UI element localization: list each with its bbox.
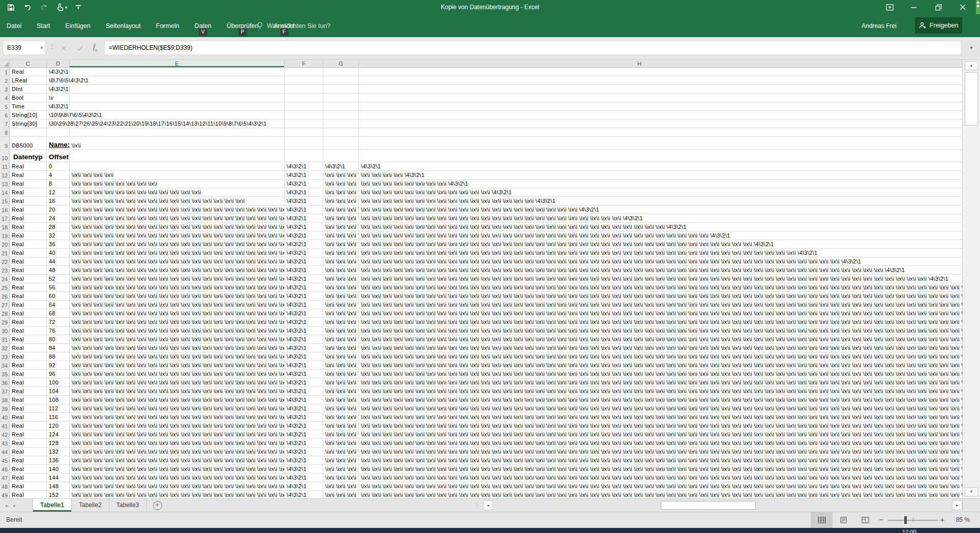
- close-icon[interactable]: [955, 0, 970, 14]
- cell-H31[interactable]: \ix\i \ix\i \ix\i \ix\i \ix\i \ix\i \ix\…: [359, 335, 962, 343]
- cell-H22[interactable]: \ix\i \ix\i \ix\i \ix\i \ix\i \ix\i \ix\…: [359, 257, 962, 265]
- cell-D14[interactable]: 12: [47, 188, 70, 196]
- cell-C30[interactable]: Real: [10, 327, 47, 335]
- cell-D46[interactable]: 140: [47, 465, 70, 473]
- page-layout-view-icon[interactable]: [833, 512, 854, 528]
- cell-G30[interactable]: \ix\i \ix\i \ix\i \ix\i \ix\i \ix\i \ix\…: [323, 327, 359, 335]
- cell-H8[interactable]: [359, 128, 962, 136]
- cell-F8[interactable]: [285, 128, 323, 136]
- cell-C22[interactable]: Real: [10, 257, 47, 265]
- cell-C25[interactable]: Real: [10, 283, 47, 291]
- cell-F10[interactable]: [285, 150, 323, 162]
- formula-bar-expand-icon[interactable]: ▾: [966, 41, 976, 55]
- cell-H10[interactable]: [359, 150, 962, 162]
- cell-C31[interactable]: Real: [10, 335, 47, 343]
- cell-G8[interactable]: [323, 128, 359, 136]
- cell-E43[interactable]: \ix\i \ix\i \ix\i \ix\i \ix\i \ix\i \ix\…: [70, 439, 285, 447]
- cell-C2[interactable]: LReal: [10, 76, 47, 84]
- cell-E8[interactable]: [70, 128, 285, 136]
- cell-E25[interactable]: \ix\i \ix\i \ix\i \ix\i \ix\i \ix\i \ix\…: [70, 283, 285, 291]
- cell-C28[interactable]: Real: [10, 309, 47, 317]
- row-header-3[interactable]: 3: [0, 85, 10, 93]
- row-header-32[interactable]: 32: [0, 344, 10, 352]
- scroll-right-icon[interactable]: ▸: [952, 500, 962, 510]
- cell-F43[interactable]: \4\3\2\1: [285, 439, 323, 447]
- cell-H19[interactable]: \ix\i \ix\i \ix\i \ix\i \ix\i \ix\i \ix\…: [359, 231, 962, 240]
- cell-G47[interactable]: \ix\i \ix\i \ix\i \ix\i \ix\i \ix\i \ix\…: [323, 473, 359, 482]
- cell-G9[interactable]: [323, 137, 359, 150]
- cell-C4[interactable]: Bool: [10, 94, 47, 102]
- cell-F35[interactable]: \4\3\2\1: [285, 370, 323, 378]
- cell-E9[interactable]: \ix\i: [70, 137, 285, 150]
- cell-F13[interactable]: \4\3\2\1: [285, 180, 323, 188]
- cell-H7[interactable]: [359, 120, 962, 128]
- cell-F37[interactable]: \4\3\2\1: [285, 387, 323, 395]
- cell-F31[interactable]: \4\3\2\1: [285, 335, 323, 343]
- row-header-12[interactable]: 12: [0, 171, 10, 179]
- cell-E24[interactable]: \ix\i \ix\i \ix\i \ix\i \ix\i \ix\i \ix\…: [70, 275, 285, 283]
- cell-E16[interactable]: \ix\i \ix\i \ix\i \ix\i \ix\i \ix\i \ix\…: [70, 205, 285, 214]
- cell-C11[interactable]: Real: [10, 162, 47, 170]
- cell-F15[interactable]: \4\3\2\1: [285, 197, 323, 205]
- cell-E18[interactable]: \ix\i \ix\i \ix\i \ix\i \ix\i \ix\i \ix\…: [70, 223, 285, 231]
- row-header-41[interactable]: 41: [0, 422, 10, 430]
- cell-E48[interactable]: \ix\i \ix\i \ix\i \ix\i \ix\i \ix\i \ix\…: [70, 482, 285, 490]
- cell-G40[interactable]: \ix\i \ix\i \ix\i \ix\i \ix\i \ix\i \ix\…: [323, 413, 359, 421]
- cell-C5[interactable]: Time: [10, 102, 47, 110]
- cell-F34[interactable]: \4\3\2\1: [285, 361, 323, 369]
- cell-D20[interactable]: 36: [47, 240, 70, 248]
- row-header-8[interactable]: 8: [0, 128, 10, 136]
- cell-H49[interactable]: \ix\i \ix\i \ix\i \ix\i \ix\i \ix\i \ix\…: [359, 491, 962, 498]
- cell-H6[interactable]: [359, 111, 962, 119]
- prev-sheet-icon[interactable]: ◂: [5, 503, 8, 508]
- cell-H46[interactable]: \ix\i \ix\i \ix\i \ix\i \ix\i \ix\i \ix\…: [359, 465, 962, 473]
- cell-G24[interactable]: \ix\i \ix\i \ix\i \ix\i \ix\i \ix\i \ix\…: [323, 275, 359, 283]
- cell-C14[interactable]: Real: [10, 188, 47, 196]
- cell-G18[interactable]: \ix\i \ix\i \ix\i \ix\i \ix\i \ix\i \ix\…: [323, 223, 359, 231]
- cell-H1[interactable]: [359, 68, 962, 76]
- scroll-up-icon[interactable]: ▲: [965, 61, 978, 70]
- row-header-25[interactable]: 25: [0, 283, 10, 291]
- cell-D45[interactable]: 136: [47, 456, 70, 464]
- cell-E46[interactable]: \ix\i \ix\i \ix\i \ix\i \ix\i \ix\i \ix\…: [70, 465, 285, 473]
- row-header-19[interactable]: 19: [0, 231, 10, 240]
- cell-F12[interactable]: \4\3\2\1: [285, 171, 323, 179]
- cell-D36[interactable]: 100: [47, 378, 70, 387]
- cell-H12[interactable]: \ix\i \ix\i \ix\i \ix\i \4\3\2\1: [359, 171, 962, 179]
- cell-D4[interactable]: \v: [47, 94, 70, 102]
- cell-C12[interactable]: Real: [10, 171, 47, 179]
- row-header-24[interactable]: 24: [0, 275, 10, 283]
- cell-D23[interactable]: 48: [47, 266, 70, 274]
- row-header-10[interactable]: 10: [0, 150, 10, 162]
- cell-H41[interactable]: \ix\i \ix\i \ix\i \ix\i \ix\i \ix\i \ix\…: [359, 422, 962, 430]
- cell-F21[interactable]: \4\3\2\1: [285, 249, 323, 257]
- cell-C15[interactable]: Real: [10, 197, 47, 205]
- cell-G10[interactable]: [323, 150, 359, 162]
- cell-G43[interactable]: \ix\i \ix\i \ix\i \ix\i \ix\i \ix\i \ix\…: [323, 439, 359, 447]
- cell-D19[interactable]: 32: [47, 231, 70, 240]
- share-button[interactable]: Freigeben: [915, 17, 962, 34]
- cell-C6[interactable]: String[10]: [10, 111, 47, 119]
- cell-G38[interactable]: \ix\i \ix\i \ix\i \ix\i \ix\i \ix\i \ix\…: [323, 396, 359, 404]
- row-header-36[interactable]: 36: [0, 378, 10, 387]
- cell-H48[interactable]: \ix\i \ix\i \ix\i \ix\i \ix\i \ix\i \ix\…: [359, 482, 962, 490]
- cell-G12[interactable]: \ix\i \ix\i \ix\i \ix\i \4\3\2\1: [323, 171, 359, 179]
- cell-F20[interactable]: \4\3\2\1: [285, 240, 323, 248]
- column-header-F[interactable]: F: [285, 60, 323, 68]
- cell-D2[interactable]: \8\7\6\5\4\3\2\1: [47, 76, 70, 84]
- cell-D34[interactable]: 92: [47, 361, 70, 369]
- cell-E32[interactable]: \ix\i \ix\i \ix\i \ix\i \ix\i \ix\i \ix\…: [70, 344, 285, 352]
- cell-E1[interactable]: [70, 68, 285, 76]
- cell-D1[interactable]: \4\3\2\1: [47, 68, 70, 76]
- cell-H17[interactable]: \ix\i \ix\i \ix\i \ix\i \ix\i \ix\i \ix\…: [359, 214, 962, 222]
- cell-F11[interactable]: \4\3\2\1: [285, 162, 323, 170]
- row-header-47[interactable]: 47: [0, 473, 10, 482]
- row-header-22[interactable]: 22: [0, 257, 10, 265]
- cell-G25[interactable]: \ix\i \ix\i \ix\i \ix\i \ix\i \ix\i \ix\…: [323, 283, 359, 291]
- cell-D10[interactable]: Offset: [47, 150, 70, 162]
- cell-C19[interactable]: Real: [10, 231, 47, 240]
- cell-H5[interactable]: [359, 102, 962, 110]
- cell-H27[interactable]: \ix\i \ix\i \ix\i \ix\i \ix\i \ix\i \ix\…: [359, 301, 962, 309]
- cell-D28[interactable]: 68: [47, 309, 70, 317]
- cell-D16[interactable]: 20: [47, 205, 70, 214]
